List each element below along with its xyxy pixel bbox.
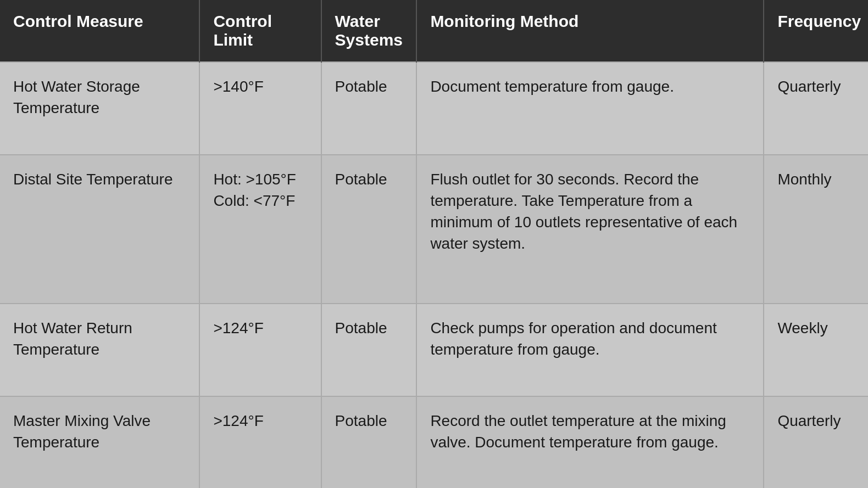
header-monitoring-method: Monitoring Method (416, 0, 764, 62)
cell-water-systems: Potable (321, 62, 417, 155)
table-row: Master Mixing Valve Temperature>124°FPot… (0, 396, 868, 488)
table-row: Hot Water Return Temperature>124°FPotabl… (0, 304, 868, 396)
cell-control-limit: >124°F (199, 304, 321, 396)
cell-control-measure: Hot Water Return Temperature (0, 304, 199, 396)
cell-frequency: Quarterly (764, 62, 868, 155)
cell-monitoring-method: Document temperature from gauge. (416, 62, 764, 155)
cell-control-measure: Distal Site Temperature (0, 155, 199, 304)
header-frequency: Frequency (764, 0, 868, 62)
cell-frequency: Weekly (764, 304, 868, 396)
cell-water-systems: Potable (321, 304, 417, 396)
cell-monitoring-method: Check pumps for operation and document t… (416, 304, 764, 396)
table-header-row: Control Measure Control Limit Water Syst… (0, 0, 868, 62)
data-table: Control Measure Control Limit Water Syst… (0, 0, 868, 488)
cell-frequency: Monthly (764, 155, 868, 304)
header-control-measure: Control Measure (0, 0, 199, 62)
table-row: Distal Site TemperatureHot: >105°FCold: … (0, 155, 868, 304)
cell-control-measure: Hot Water Storage Temperature (0, 62, 199, 155)
cell-water-systems: Potable (321, 155, 417, 304)
cell-water-systems: Potable (321, 396, 417, 488)
cell-monitoring-method: Record the outlet temperature at the mix… (416, 396, 764, 488)
header-control-limit: Control Limit (199, 0, 321, 62)
cell-control-limit: Hot: >105°FCold: <77°F (199, 155, 321, 304)
cell-control-limit: >124°F (199, 396, 321, 488)
table-row: Hot Water Storage Temperature>140°FPotab… (0, 62, 868, 155)
cell-monitoring-method: Flush outlet for 30 seconds. Record the … (416, 155, 764, 304)
cell-frequency: Quarterly (764, 396, 868, 488)
cell-control-measure: Master Mixing Valve Temperature (0, 396, 199, 488)
cell-control-limit: >140°F (199, 62, 321, 155)
header-water-systems: Water Systems (321, 0, 417, 62)
